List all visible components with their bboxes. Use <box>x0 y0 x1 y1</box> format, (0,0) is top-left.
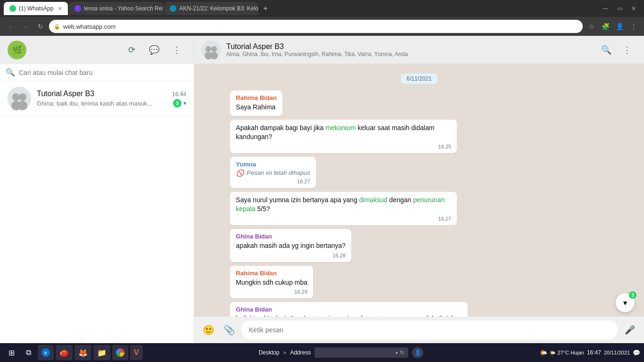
menu-icon[interactable]: ⋮ <box>627 20 640 33</box>
date-divider: 6/11/2021 <box>230 74 608 84</box>
person-icon: 👤 <box>414 349 421 356</box>
taskbar-files[interactable]: 📁 <box>93 345 110 360</box>
svg-point-6 <box>206 46 211 52</box>
svg-point-9 <box>210 52 218 59</box>
scroll-to-bottom-button[interactable]: ▾ 3 <box>616 293 635 312</box>
taskbar-chrome[interactable] <box>112 345 128 360</box>
taskbar-left: ⊞ ⧉ e 🍅 🦊 📁 V <box>4 345 143 360</box>
sidebar: 🌿 ⟳ 💬 ⋮ 🔍 <box>0 36 194 343</box>
back-button[interactable]: ‹ <box>4 20 17 33</box>
whatsapp-favicon <box>9 5 16 12</box>
taskbar-edge[interactable]: e <box>38 345 54 360</box>
message-5: Ghina Bidan apakah masih ada yg ingin be… <box>230 229 351 262</box>
user-avatar[interactable]: 🌿 <box>8 41 26 59</box>
taskbar-addr-refresh[interactable]: ↻ <box>400 349 405 356</box>
extensions-icon[interactable]: 🧩 <box>599 20 612 33</box>
start-button[interactable]: ⊞ <box>4 345 19 360</box>
msg-text-4: Saya nurul yumna izin bertanya apa yang … <box>236 196 451 214</box>
taskbar: ⊞ ⧉ e 🍅 🦊 📁 V Desktop » Address ▾ ↻ 👤 <box>0 343 644 362</box>
taskbar-right: 🌤️ 🌤️ 27°C Hujan 16:47 20/11/2021 💬 <box>539 349 640 356</box>
bookmark-icon[interactable]: ☆ <box>585 20 598 33</box>
sender-name-rahima: Rahima Bidan <box>236 94 277 101</box>
taskbar-tomato[interactable]: 🍅 <box>56 345 73 360</box>
msg-text: Saya Rahima <box>236 103 277 112</box>
badge-wrap: 3 ▾ <box>173 99 186 107</box>
tab-akn-label: AKN-21/22: Kelompok B3: Kelom... <box>179 5 258 12</box>
unread-badge: 3 <box>173 99 182 107</box>
bubble-inner-6: Rahima Bidan Mungkin sdh cukup mba 16.29 <box>230 266 313 299</box>
taskbar-time: 16:47 <box>587 349 601 356</box>
search-input[interactable] <box>19 69 188 76</box>
chat-header: Tutorial Asper B3 Alma, Ghina, Ibu, Irna… <box>194 36 644 64</box>
sidebar-menu-icon[interactable]: ⋮ <box>167 41 186 59</box>
deleted-icon: 🚫 <box>236 169 244 177</box>
chat-preview: Ghina: baik ibu, terima kasih atas masuk… <box>37 100 152 107</box>
chrome-icon <box>116 348 124 357</box>
tomato-icon: 🍅 <box>59 348 69 357</box>
svg-point-2 <box>19 93 26 101</box>
minimize-button[interactable]: — <box>599 2 612 15</box>
system-tray-icons: 🌤️ 🌤️ 27°C Hujan <box>539 349 584 356</box>
svg-point-7 <box>211 46 217 52</box>
chat-header-avatar[interactable] <box>202 41 221 59</box>
chat-top: Tutorial Asper B3 16.44 <box>37 90 186 98</box>
message-1: Rahima Bidan Saya Rahima <box>230 90 282 116</box>
browser-icons: ☆ 🧩 👤 ⋮ <box>585 20 640 33</box>
tab-yahoo[interactable]: lensa unisa - Yahoo Search Resul... ✕ <box>69 2 163 15</box>
new-chat-icon[interactable]: 💬 <box>145 41 164 59</box>
close-button[interactable]: ✕ <box>627 2 640 15</box>
task-view-button[interactable]: ⧉ <box>21 345 36 360</box>
chat-header-info[interactable]: Tutorial Asper B3 Alma, Ghina, Ibu, Irna… <box>226 42 597 58</box>
svg-point-1 <box>12 93 20 101</box>
chat-search-icon[interactable]: 🔍 <box>597 41 616 59</box>
address-bar[interactable]: 🔒 web.whatsapp.com <box>49 20 583 33</box>
tab-akn[interactable]: AKN-21/22: Kelompok B3: Kelom... ✕ <box>164 2 258 15</box>
taskbar-firefox[interactable]: 🦊 <box>74 345 91 360</box>
tab-whatsapp[interactable]: (1) WhatsApp ✕ <box>4 2 68 15</box>
restore-button[interactable]: ▭ <box>613 2 626 15</box>
reload-button[interactable]: ↻ <box>34 20 47 33</box>
chat-name: Tutorial Asper B3 <box>37 90 94 98</box>
sender-name-ghina: Ghina Bidan <box>236 233 346 240</box>
taskbar-app7[interactable]: V <box>130 345 143 360</box>
status-icon[interactable]: ⟳ <box>122 41 141 59</box>
taskbar-addr-dropdown[interactable]: ▾ <box>396 350 398 355</box>
msg-time-6: 16.29 <box>236 289 307 295</box>
tab-whatsapp-label: (1) WhatsApp <box>19 5 53 12</box>
messages-container: 6/11/2021 Rahima Bidan Saya Rahima Apaka… <box>230 70 608 317</box>
new-tab-button[interactable]: + <box>259 4 271 13</box>
chat-info-tutorial: Tutorial Asper B3 16.44 Ghina: baik ibu,… <box>37 90 186 107</box>
tab-yahoo-label: lensa unisa - Yahoo Search Resul... <box>84 5 163 12</box>
emoji-button[interactable]: 🙂 <box>200 321 217 338</box>
sender-name-rahima-2: Rahima Bidan <box>236 270 307 277</box>
url-display: web.whatsapp.com <box>63 23 116 30</box>
date-chip: 6/11/2021 <box>401 74 437 84</box>
firefox-icon: 🦊 <box>78 348 88 357</box>
sender-name-yumna: Yumna <box>236 161 310 168</box>
taskbar-date: 20/11/2021 <box>604 350 630 355</box>
taskbar-center: Desktop » Address ▾ ↻ 👤 <box>259 347 424 358</box>
chat-item-tutorial[interactable]: Tutorial Asper B3 16.44 Ghina: baik ibu,… <box>0 81 194 116</box>
whatsapp-container: 🌿 ⟳ 💬 ⋮ 🔍 <box>0 36 644 343</box>
bubble-inner-3: Yumna 🚫 Pesan ini telah dihapus 16.27 <box>230 157 315 188</box>
taskbar-address-bar: ▾ ↻ <box>314 347 408 358</box>
weather-text: 🌤️ 27°C Hujan <box>549 350 584 356</box>
notification-icon[interactable]: 💬 <box>633 349 640 356</box>
message-input[interactable] <box>241 321 618 339</box>
edge-icon: e <box>41 348 50 357</box>
mic-button[interactable]: 🎤 <box>621 321 638 338</box>
tab-close-whatsapp[interactable]: ✕ <box>58 6 62 12</box>
taskbar-address-input[interactable] <box>318 350 394 355</box>
msg-time-5: 16.28 <box>236 253 346 258</box>
taskbar-person-icon[interactable]: 👤 <box>412 347 423 358</box>
profile-icon[interactable]: 👤 <box>613 20 626 33</box>
attachment-button[interactable]: 📎 <box>221 321 238 338</box>
chevron-down-icon: ▾ <box>183 100 186 107</box>
message-4: Saya nurul yumna izin bertanya apa yang … <box>230 192 457 225</box>
forward-button[interactable]: › <box>19 20 32 33</box>
msg-text-7: baik bisa kita lanjutkan ke step 4, menj… <box>236 314 462 317</box>
chat-header-name: Tutorial Asper B3 <box>226 42 597 51</box>
message-3: Yumna 🚫 Pesan ini telah dihapus 16.27 <box>230 157 315 188</box>
msg-text-6: Mungkin sdh cukup mba <box>236 278 307 288</box>
chat-menu-icon[interactable]: ⋮ <box>618 41 636 59</box>
